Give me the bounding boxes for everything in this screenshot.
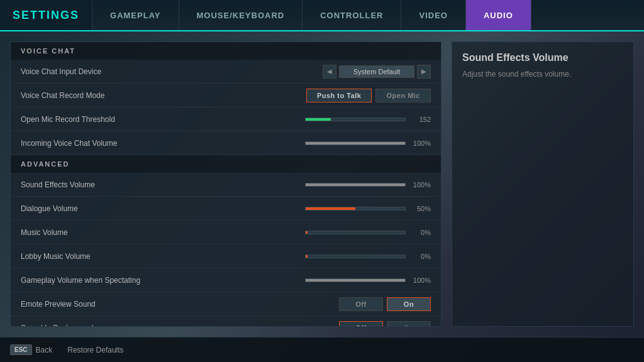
slider-value: 100%: [411, 140, 431, 147]
slider-value: 100%: [411, 277, 431, 284]
incoming-voice-slider: 100%: [305, 140, 431, 147]
restore-defaults-action[interactable]: Restore Defaults: [67, 346, 123, 354]
tab-controller[interactable]: CONTROLLER: [303, 0, 401, 30]
slider-fill: [306, 255, 308, 258]
sound-background-toggle: Off On: [339, 321, 431, 327]
slider-track[interactable]: [305, 183, 406, 187]
restore-defaults-label: Restore Defaults: [67, 346, 123, 354]
nav-tabs: GAMEPLAY MOUSE/KEYBOARD CONTROLLER VIDEO…: [92, 0, 644, 30]
arrow-right-button[interactable]: ▶: [417, 65, 431, 79]
row-open-mic-threshold: Open Mic Record Threshold 152: [11, 107, 441, 131]
main-content: VOICE CHAT Voice Chat Input Device ◀ Sys…: [0, 31, 644, 337]
slider-fill: [306, 184, 405, 186]
row-gameplay-spectating-volume: Gameplay Volume when Spectating 100%: [11, 268, 441, 292]
app-title: SETTINGS: [13, 9, 79, 22]
app-logo: SETTINGS: [0, 0, 92, 30]
slider-track[interactable]: [305, 231, 406, 234]
top-navigation: SETTINGS GAMEPLAY MOUSE/KEYBOARD CONTROL…: [0, 0, 644, 31]
lobby-music-slider: 0%: [305, 253, 431, 260]
slider-fill: [306, 207, 355, 210]
open-mic-threshold-slider: 152: [305, 116, 431, 123]
back-label: Back: [36, 346, 53, 354]
push-to-talk-button[interactable]: Push to Talk: [306, 89, 372, 102]
settings-panel: VOICE CHAT Voice Chat Input Device ◀ Sys…: [10, 41, 441, 327]
info-description: Adjust the sound effects volume.: [462, 69, 623, 80]
slider-fill: [306, 118, 331, 121]
open-mic-button[interactable]: Open Mic: [375, 89, 431, 102]
selector-value: System Default: [339, 65, 414, 78]
slider-value: 50%: [411, 205, 431, 212]
row-sound-effects-volume: Sound Effects Volume 100%: [11, 173, 441, 197]
back-action[interactable]: ESC Back: [10, 344, 52, 355]
slider-track[interactable]: [305, 141, 406, 145]
label-record-mode: Voice Chat Record Mode: [21, 91, 306, 100]
slider-track[interactable]: [305, 255, 406, 258]
slider-fill: [306, 231, 308, 234]
label-gameplay-spectating: Gameplay Volume when Spectating: [21, 276, 305, 285]
emote-off-button[interactable]: Off: [339, 297, 383, 311]
row-voice-chat-record-mode: Voice Chat Record Mode Push to Talk Open…: [11, 84, 441, 107]
background-off-button[interactable]: Off: [339, 321, 383, 327]
voice-chat-input-selector: ◀ System Default ▶: [323, 65, 431, 79]
gameplay-spectating-slider: 100%: [305, 277, 431, 284]
slider-track[interactable]: [305, 278, 406, 282]
row-incoming-voice-volume: Incoming Voice Chat Volume 100%: [11, 131, 441, 155]
row-sound-in-background: Sound In Background Off On: [11, 316, 441, 327]
row-dialogue-volume: Dialogue Volume 50%: [11, 197, 441, 221]
bottom-bar: ESC Back Restore Defaults: [0, 337, 644, 362]
info-title: Sound Effects Volume: [462, 52, 623, 63]
music-volume-slider: 0%: [305, 229, 431, 236]
slider-fill: [306, 279, 405, 282]
tab-mouse-keyboard[interactable]: MOUSE/KEYBOARD: [179, 0, 303, 30]
slider-fill: [306, 142, 405, 145]
label-incoming-voice: Incoming Voice Chat Volume: [21, 139, 305, 148]
row-voice-chat-input-device: Voice Chat Input Device ◀ System Default…: [11, 60, 441, 84]
section-voice-chat: VOICE CHAT: [11, 42, 441, 60]
label-sound-background: Sound In Background: [21, 324, 339, 327]
esc-key-badge: ESC: [10, 344, 32, 355]
label-music-volume: Music Volume: [21, 228, 305, 237]
slider-value: 100%: [411, 181, 431, 189]
row-lobby-music-volume: Lobby Music Volume 0%: [11, 244, 441, 268]
slider-value: 152: [411, 116, 431, 123]
emote-preview-toggle: Off On: [339, 297, 431, 311]
dialogue-volume-slider: 50%: [305, 205, 431, 212]
label-emote-preview: Emote Preview Sound: [21, 300, 339, 309]
section-advanced: ADVANCED: [11, 155, 441, 173]
slider-value: 0%: [411, 253, 431, 260]
sound-effects-slider: 100%: [305, 181, 431, 189]
slider-track[interactable]: [305, 207, 406, 211]
tab-audio[interactable]: AUDIO: [466, 0, 531, 30]
record-mode-toggle: Push to Talk Open Mic: [306, 89, 431, 102]
emote-on-button[interactable]: On: [387, 297, 431, 311]
label-dialogue-volume: Dialogue Volume: [21, 204, 305, 213]
row-emote-preview-sound: Emote Preview Sound Off On: [11, 292, 441, 316]
tab-gameplay[interactable]: GAMEPLAY: [92, 0, 179, 30]
label-open-mic-threshold: Open Mic Record Threshold: [21, 115, 305, 124]
slider-value: 0%: [411, 229, 431, 236]
tab-video[interactable]: VIDEO: [401, 0, 465, 30]
label-sound-effects: Sound Effects Volume: [21, 180, 305, 189]
row-music-volume: Music Volume 0%: [11, 221, 441, 244]
label-voice-chat-input: Voice Chat Input Device: [21, 67, 323, 76]
arrow-left-button[interactable]: ◀: [323, 65, 336, 79]
info-panel: Sound Effects Volume Adjust the sound ef…: [452, 41, 634, 327]
label-lobby-music: Lobby Music Volume: [21, 252, 305, 261]
settings-area: VOICE CHAT Voice Chat Input Device ◀ Sys…: [10, 41, 441, 327]
background-on-button[interactable]: On: [387, 321, 431, 327]
slider-track[interactable]: [305, 118, 406, 121]
